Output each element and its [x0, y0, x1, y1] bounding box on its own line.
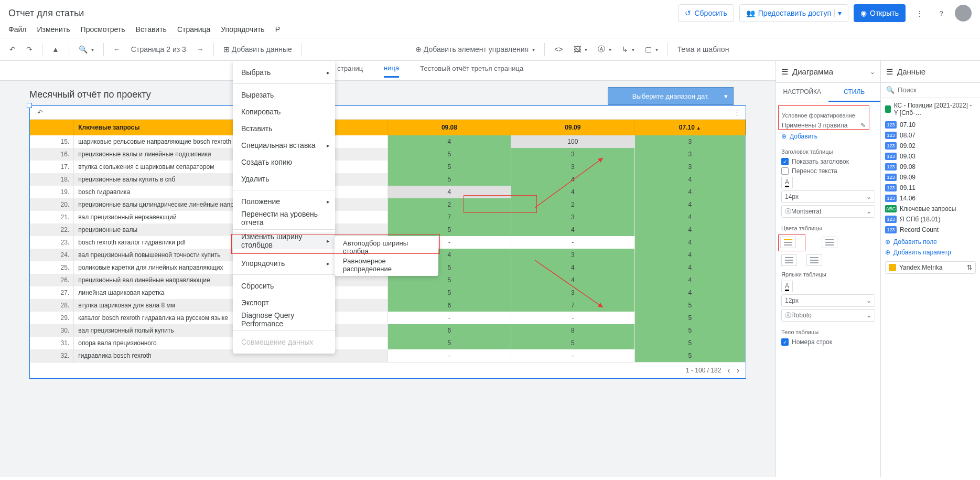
- ctx-order[interactable]: Упорядочить: [233, 255, 335, 272]
- label-font-size[interactable]: 12px⌄: [781, 294, 875, 307]
- ctx-paste[interactable]: Вставить: [233, 120, 335, 137]
- table-row[interactable]: 20. прецизионные валы цилиндрические лин…: [30, 198, 746, 211]
- line-icon[interactable]: ↳: [619, 42, 638, 57]
- header-font-color[interactable]: A: [781, 177, 793, 188]
- label-font-color[interactable]: A: [781, 281, 793, 292]
- ctx-export[interactable]: Экспорт: [233, 294, 335, 311]
- data-field[interactable]: 12307.10: [885, 120, 976, 130]
- ctx-paste-special[interactable]: Специальная вставка: [233, 137, 335, 154]
- shape-icon[interactable]: ▢: [642, 42, 661, 57]
- zoom-icon[interactable]: 🔍: [76, 42, 97, 57]
- edit-rules-icon[interactable]: ✎: [860, 122, 866, 129]
- table-row[interactable]: 29. каталог bosch rexroth гидравлика на …: [30, 312, 746, 324]
- page-tab-2[interactable]: ница: [384, 64, 399, 78]
- menu-r[interactable]: Р: [275, 25, 280, 34]
- menu-edit[interactable]: Изменить: [37, 25, 70, 34]
- add-control-button[interactable]: ⊕ Добавить элемент управления: [412, 42, 538, 57]
- table-more-icon[interactable]: ⋮: [734, 109, 740, 116]
- table-row[interactable]: 21. вал прецизионный нержавеющий 7 3 4: [30, 211, 746, 223]
- table-row[interactable]: 31. опора вала прецизионного 5 5 5: [30, 337, 746, 349]
- data-source[interactable]: КС - Позиции [2021-2022] - Y [Спб-…: [885, 102, 976, 116]
- data-field[interactable]: 123Я СПб (18.01): [885, 214, 976, 225]
- ctx-delete[interactable]: Удалить: [233, 170, 335, 187]
- data-field[interactable]: 12314.06: [885, 193, 976, 204]
- data-field[interactable]: ABCКлючевые запросы: [885, 204, 976, 214]
- share-button[interactable]: 👥 Предоставить доступ ▾: [739, 4, 848, 22]
- ctx-col-width[interactable]: Изменить ширину столбцов: [233, 232, 335, 249]
- table-undo-icon[interactable]: ↶: [37, 109, 43, 116]
- table-row[interactable]: 27. линейная шариковая каретка 5 3 4: [30, 286, 746, 299]
- table-row[interactable]: 28. втулка шариковая для вала 8 мм 6 7 5: [30, 299, 746, 312]
- color-scheme-4[interactable]: [806, 254, 822, 266]
- table-row[interactable]: 18. прецизионные валы купить в спб 5 4 4: [30, 173, 746, 186]
- data-field[interactable]: 12309.08: [885, 162, 976, 172]
- data-field[interactable]: 12309.09: [885, 172, 976, 183]
- more-icon[interactable]: ⋮: [911, 5, 928, 22]
- page-tab-3[interactable]: Тестовый отчёт третья страница: [420, 65, 523, 77]
- reset-button[interactable]: ↺ Сбросить: [678, 4, 734, 22]
- data-field[interactable]: 12308.07: [885, 130, 976, 141]
- th-col2[interactable]: 09.09: [511, 120, 634, 135]
- ctx-sub-autofit[interactable]: Автоподбор ширины столбца: [335, 238, 438, 256]
- data-field[interactable]: 12309.03: [885, 151, 976, 162]
- label-font-family[interactable]: Ⓐ Roboto⌄: [781, 309, 875, 322]
- theme-button[interactable]: Тема и шаблон: [674, 42, 733, 57]
- undo-icon[interactable]: ↶: [6, 42, 19, 57]
- text-icon[interactable]: Ⓐ: [595, 42, 615, 57]
- chk-wrap[interactable]: [781, 167, 789, 175]
- ctx-select[interactable]: Выбрать: [233, 64, 335, 81]
- yandex-metrika-source[interactable]: Yandex.Metrika⇅: [885, 261, 976, 274]
- th-keywords[interactable]: Ключевые запросы: [74, 120, 387, 135]
- embed-icon[interactable]: <>: [551, 42, 566, 57]
- pager-prev-icon[interactable]: ‹: [727, 366, 730, 375]
- table-row[interactable]: 19. bosch гидравлика 4 4 4: [30, 186, 746, 198]
- add-field-button[interactable]: ⊕ Добавить поле: [885, 238, 976, 246]
- date-range-picker[interactable]: Выберите диапазон дат.: [608, 87, 734, 105]
- chart-type-dropdown[interactable]: ⌄: [870, 68, 875, 76]
- menu-page[interactable]: Страница: [177, 25, 210, 34]
- add-param-button[interactable]: ⊕ Добавить параметр: [885, 249, 976, 256]
- data-field[interactable]: 123Record Count: [885, 225, 976, 235]
- page-prev-icon[interactable]: ←: [110, 42, 124, 57]
- pager-next-icon[interactable]: ›: [737, 366, 739, 375]
- ctx-cut[interactable]: Вырезать: [233, 87, 335, 103]
- ctx-position[interactable]: Положение: [233, 193, 335, 210]
- pointer-icon[interactable]: ▲: [49, 42, 62, 57]
- menu-file[interactable]: Файл: [8, 25, 26, 34]
- chk-row-numbers[interactable]: ✓: [781, 338, 789, 346]
- table-row[interactable]: 30. вал прецизионный полый купить 6 8 5: [30, 324, 746, 337]
- chk-show-header[interactable]: ✓: [781, 158, 789, 165]
- th-col3[interactable]: 07.10▲: [634, 120, 745, 135]
- add-data-button[interactable]: ⊞ Добавить данные: [220, 42, 295, 57]
- header-font-size[interactable]: 14px⌄: [781, 190, 875, 203]
- tab-style[interactable]: СТИЛЬ: [828, 83, 881, 102]
- data-search-input[interactable]: [898, 86, 980, 94]
- table-row[interactable]: 22. прецизионные валы 5 4 4: [30, 223, 746, 236]
- ctx-diagnose[interactable]: Diagnose Query Performance: [233, 311, 335, 328]
- table-row[interactable]: 15. шариковые рельсовые направляющие bos…: [30, 135, 746, 148]
- page-indicator[interactable]: Страница 2 из 3: [128, 42, 189, 57]
- redo-icon[interactable]: ↷: [23, 42, 36, 57]
- color-scheme-1[interactable]: [780, 237, 796, 248]
- menu-insert[interactable]: Вставить: [136, 25, 167, 34]
- table-row[interactable]: 17. втулка скольжения с шариковым сепара…: [30, 161, 746, 173]
- table-row[interactable]: 32. гидравлика bosch rexroth - - 5: [30, 349, 746, 362]
- image-icon[interactable]: 🖼: [570, 42, 590, 57]
- open-button[interactable]: ◉ Открыть: [854, 4, 906, 22]
- ctx-to-report[interactable]: Перенести на уровень отчета: [233, 210, 335, 227]
- tab-setup[interactable]: НАСТРОЙКА: [776, 83, 828, 102]
- ctx-sub-even[interactable]: Равномерное распределение: [335, 256, 438, 274]
- ctx-copy[interactable]: Копировать: [233, 103, 335, 120]
- header-font-family[interactable]: Ⓐ Montserrat⌄: [781, 205, 875, 218]
- th-col1[interactable]: 09.08: [387, 120, 511, 135]
- ctx-duplicate[interactable]: Создать копию: [233, 154, 335, 170]
- table-row[interactable]: 16. прецизионные валы и линейные подшипн…: [30, 148, 746, 161]
- data-field[interactable]: 12309.11: [885, 183, 976, 193]
- color-scheme-2[interactable]: [822, 237, 837, 248]
- ctx-reset[interactable]: Сбросить: [233, 278, 335, 294]
- data-field[interactable]: 12309.02: [885, 141, 976, 151]
- menu-view[interactable]: Просмотреть: [81, 25, 125, 34]
- help-icon[interactable]: ?: [933, 5, 950, 22]
- color-scheme-3[interactable]: [781, 254, 797, 266]
- menu-arrange[interactable]: Упорядочить: [221, 25, 264, 34]
